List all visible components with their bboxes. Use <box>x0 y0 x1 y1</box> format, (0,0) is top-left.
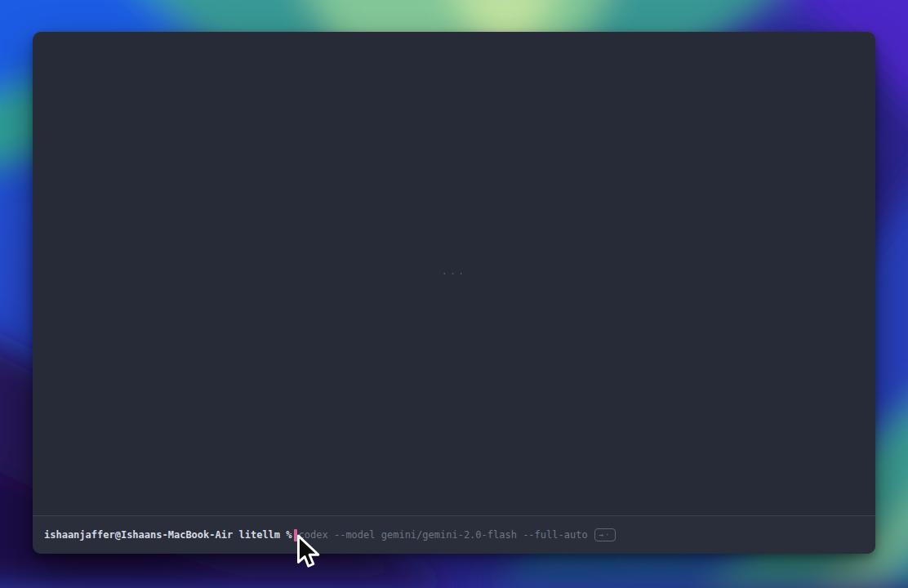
terminal-output-area[interactable]: ... <box>33 32 875 515</box>
terminal-window[interactable]: ... ishaanjaffer@Ishaans-MacBook-Air lit… <box>33 32 875 554</box>
tab-hint-pill: →· <box>594 528 616 541</box>
autosuggestion-text: codex --model gemini/gemini-2.0-flash --… <box>299 529 588 541</box>
desktop: ... ishaanjaffer@Ishaans-MacBook-Air lit… <box>0 0 908 588</box>
prompt-symbol: % <box>286 529 292 541</box>
terminal-prompt-row[interactable]: ishaanjaffer@Ishaans-MacBook-Air litellm… <box>33 515 875 554</box>
loading-ellipsis: ... <box>442 265 467 277</box>
prompt-directory: litellm <box>238 529 280 541</box>
mouse-pointer-icon <box>296 534 323 573</box>
tab-arrow-icon: →· <box>599 530 612 540</box>
prompt-user-host: ishaanjaffer@Ishaans-MacBook-Air <box>44 529 233 541</box>
